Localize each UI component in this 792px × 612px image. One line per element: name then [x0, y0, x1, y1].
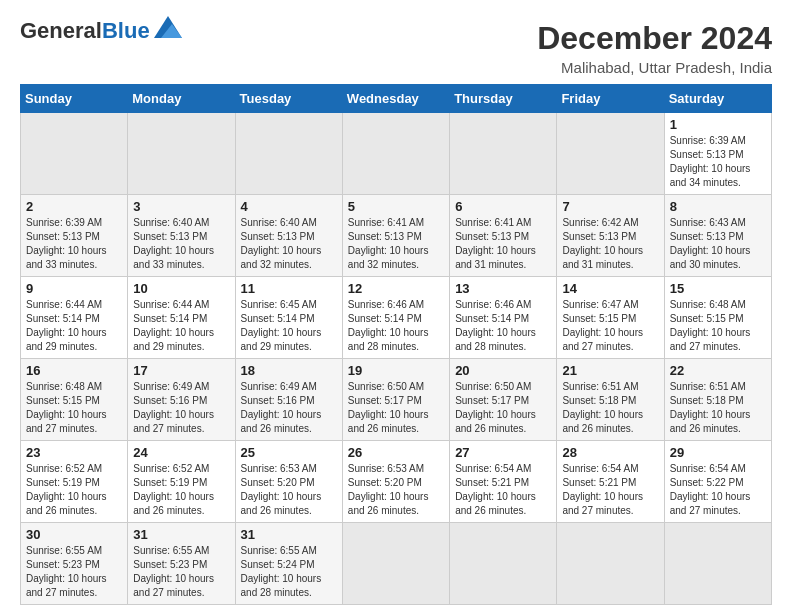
table-cell: 9 Sunrise: 6:44 AMSunset: 5:14 PMDayligh… — [21, 277, 128, 359]
table-cell: 12 Sunrise: 6:46 AMSunset: 5:14 PMDaylig… — [342, 277, 449, 359]
day-number: 14 — [562, 281, 658, 296]
table-cell: 20 Sunrise: 6:50 AMSunset: 5:17 PMDaylig… — [450, 359, 557, 441]
day-info: Sunrise: 6:40 AMSunset: 5:13 PMDaylight:… — [241, 216, 337, 272]
day-info: Sunrise: 6:53 AMSunset: 5:20 PMDaylight:… — [241, 462, 337, 518]
table-cell: 23 Sunrise: 6:52 AMSunset: 5:19 PMDaylig… — [21, 441, 128, 523]
day-number: 23 — [26, 445, 122, 460]
day-number: 2 — [26, 199, 122, 214]
table-cell — [235, 113, 342, 195]
table-cell — [557, 523, 664, 605]
table-cell — [664, 523, 771, 605]
logo-area: GeneralBlue — [20, 20, 182, 42]
day-number: 21 — [562, 363, 658, 378]
day-info: Sunrise: 6:50 AMSunset: 5:17 PMDaylight:… — [348, 380, 444, 436]
col-friday: Friday — [557, 85, 664, 113]
col-tuesday: Tuesday — [235, 85, 342, 113]
subtitle: Malihabad, Uttar Pradesh, India — [537, 59, 772, 76]
day-info: Sunrise: 6:55 AMSunset: 5:23 PMDaylight:… — [133, 544, 229, 600]
table-cell: 16 Sunrise: 6:48 AMSunset: 5:15 PMDaylig… — [21, 359, 128, 441]
day-number: 10 — [133, 281, 229, 296]
table-cell: 7 Sunrise: 6:42 AMSunset: 5:13 PMDayligh… — [557, 195, 664, 277]
table-cell — [128, 113, 235, 195]
day-info: Sunrise: 6:44 AMSunset: 5:14 PMDaylight:… — [133, 298, 229, 354]
table-cell: 24 Sunrise: 6:52 AMSunset: 5:19 PMDaylig… — [128, 441, 235, 523]
day-number: 12 — [348, 281, 444, 296]
table-cell: 10 Sunrise: 6:44 AMSunset: 5:14 PMDaylig… — [128, 277, 235, 359]
col-sunday: Sunday — [21, 85, 128, 113]
day-number: 22 — [670, 363, 766, 378]
col-saturday: Saturday — [664, 85, 771, 113]
day-number: 13 — [455, 281, 551, 296]
table-cell — [450, 523, 557, 605]
logo-icon — [154, 16, 182, 38]
table-cell: 30 Sunrise: 6:55 AMSunset: 5:23 PMDaylig… — [21, 523, 128, 605]
day-info: Sunrise: 6:54 AMSunset: 5:21 PMDaylight:… — [455, 462, 551, 518]
table-cell: 17 Sunrise: 6:49 AMSunset: 5:16 PMDaylig… — [128, 359, 235, 441]
day-number: 16 — [26, 363, 122, 378]
day-info: Sunrise: 6:46 AMSunset: 5:14 PMDaylight:… — [455, 298, 551, 354]
title-area: December 2024 Malihabad, Uttar Pradesh, … — [537, 20, 772, 76]
table-cell — [450, 113, 557, 195]
header: GeneralBlue December 2024 Malihabad, Utt… — [20, 20, 772, 76]
table-cell: 21 Sunrise: 6:51 AMSunset: 5:18 PMDaylig… — [557, 359, 664, 441]
table-cell: 18 Sunrise: 6:49 AMSunset: 5:16 PMDaylig… — [235, 359, 342, 441]
table-cell: 22 Sunrise: 6:51 AMSunset: 5:18 PMDaylig… — [664, 359, 771, 441]
day-number: 11 — [241, 281, 337, 296]
day-number: 17 — [133, 363, 229, 378]
table-cell: 27 Sunrise: 6:54 AMSunset: 5:21 PMDaylig… — [450, 441, 557, 523]
day-number: 7 — [562, 199, 658, 214]
day-number: 27 — [455, 445, 551, 460]
day-info: Sunrise: 6:51 AMSunset: 5:18 PMDaylight:… — [562, 380, 658, 436]
table-cell: 31 Sunrise: 6:55 AMSunset: 5:24 PMDaylig… — [235, 523, 342, 605]
main-title: December 2024 — [537, 20, 772, 57]
logo-blue: Blue — [102, 18, 150, 43]
day-number: 20 — [455, 363, 551, 378]
day-number: 25 — [241, 445, 337, 460]
day-number: 8 — [670, 199, 766, 214]
table-cell: 4 Sunrise: 6:40 AMSunset: 5:13 PMDayligh… — [235, 195, 342, 277]
calendar-table: Sunday Monday Tuesday Wednesday Thursday… — [20, 84, 772, 605]
table-cell — [342, 523, 449, 605]
day-info: Sunrise: 6:40 AMSunset: 5:13 PMDaylight:… — [133, 216, 229, 272]
table-cell: 6 Sunrise: 6:41 AMSunset: 5:13 PMDayligh… — [450, 195, 557, 277]
day-info: Sunrise: 6:47 AMSunset: 5:15 PMDaylight:… — [562, 298, 658, 354]
day-number: 15 — [670, 281, 766, 296]
day-number: 3 — [133, 199, 229, 214]
day-number: 6 — [455, 199, 551, 214]
logo-text: GeneralBlue — [20, 20, 150, 42]
day-info: Sunrise: 6:39 AMSunset: 5:13 PMDaylight:… — [26, 216, 122, 272]
day-info: Sunrise: 6:52 AMSunset: 5:19 PMDaylight:… — [133, 462, 229, 518]
day-info: Sunrise: 6:54 AMSunset: 5:21 PMDaylight:… — [562, 462, 658, 518]
day-info: Sunrise: 6:49 AMSunset: 5:16 PMDaylight:… — [133, 380, 229, 436]
table-cell — [557, 113, 664, 195]
day-info: Sunrise: 6:48 AMSunset: 5:15 PMDaylight:… — [26, 380, 122, 436]
table-cell — [342, 113, 449, 195]
col-thursday: Thursday — [450, 85, 557, 113]
table-cell: 28 Sunrise: 6:54 AMSunset: 5:21 PMDaylig… — [557, 441, 664, 523]
day-number: 1 — [670, 117, 766, 132]
day-info: Sunrise: 6:48 AMSunset: 5:15 PMDaylight:… — [670, 298, 766, 354]
day-number: 18 — [241, 363, 337, 378]
day-number: 4 — [241, 199, 337, 214]
day-info: Sunrise: 6:41 AMSunset: 5:13 PMDaylight:… — [455, 216, 551, 272]
col-wednesday: Wednesday — [342, 85, 449, 113]
table-cell: 5 Sunrise: 6:41 AMSunset: 5:13 PMDayligh… — [342, 195, 449, 277]
day-number: 24 — [133, 445, 229, 460]
table-cell: 13 Sunrise: 6:46 AMSunset: 5:14 PMDaylig… — [450, 277, 557, 359]
col-monday: Monday — [128, 85, 235, 113]
table-cell: 1 Sunrise: 6:39 AMSunset: 5:13 PMDayligh… — [664, 113, 771, 195]
day-number: 31 — [133, 527, 229, 542]
table-cell: 14 Sunrise: 6:47 AMSunset: 5:15 PMDaylig… — [557, 277, 664, 359]
day-info: Sunrise: 6:42 AMSunset: 5:13 PMDaylight:… — [562, 216, 658, 272]
table-cell: 29 Sunrise: 6:54 AMSunset: 5:22 PMDaylig… — [664, 441, 771, 523]
day-info: Sunrise: 6:51 AMSunset: 5:18 PMDaylight:… — [670, 380, 766, 436]
table-cell: 11 Sunrise: 6:45 AMSunset: 5:14 PMDaylig… — [235, 277, 342, 359]
table-cell: 19 Sunrise: 6:50 AMSunset: 5:17 PMDaylig… — [342, 359, 449, 441]
day-info: Sunrise: 6:39 AMSunset: 5:13 PMDaylight:… — [670, 134, 766, 190]
table-cell: 25 Sunrise: 6:53 AMSunset: 5:20 PMDaylig… — [235, 441, 342, 523]
day-number: 30 — [26, 527, 122, 542]
day-number: 26 — [348, 445, 444, 460]
day-info: Sunrise: 6:50 AMSunset: 5:17 PMDaylight:… — [455, 380, 551, 436]
day-info: Sunrise: 6:55 AMSunset: 5:23 PMDaylight:… — [26, 544, 122, 600]
table-cell: 2 Sunrise: 6:39 AMSunset: 5:13 PMDayligh… — [21, 195, 128, 277]
